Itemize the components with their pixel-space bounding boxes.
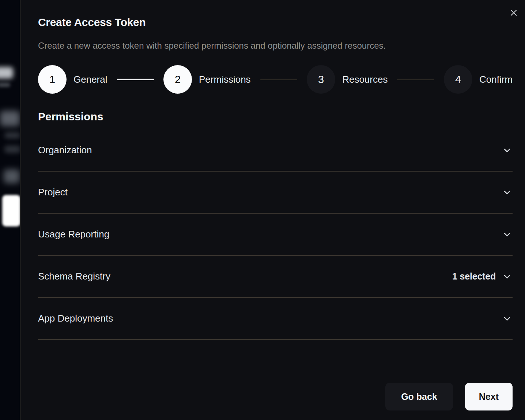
backdrop-blur-shape <box>2 195 20 226</box>
accordion-row-app-deployments[interactable]: App Deployments <box>38 298 513 340</box>
chevron-down-icon <box>502 145 513 156</box>
chevron-down-icon <box>502 187 513 198</box>
step-label: Resources <box>342 74 388 85</box>
step-number-badge: 1 <box>38 65 67 94</box>
row-label: Schema Registry <box>38 271 110 282</box>
go-back-button[interactable]: Go back <box>385 383 453 410</box>
close-button[interactable] <box>507 6 521 20</box>
backdrop-blur-shape <box>0 111 20 126</box>
row-label: App Deployments <box>38 313 113 324</box>
step-confirm[interactable]: 4 Confirm <box>444 65 513 94</box>
backdrop-blur-shape <box>4 169 20 183</box>
step-label: Permissions <box>199 74 251 85</box>
row-label: Usage Reporting <box>38 229 109 240</box>
page-backdrop <box>0 0 20 420</box>
stepper: 1 General 2 Permissions 3 Resources 4 Co… <box>38 65 513 94</box>
chevron-down-icon <box>502 313 513 324</box>
row-label: Project <box>38 187 68 198</box>
permission-groups-list: Organization Project Usage <box>38 130 513 340</box>
step-label: General <box>73 74 107 85</box>
accordion-row-usage-reporting[interactable]: Usage Reporting <box>38 214 513 256</box>
accordion-row-organization[interactable]: Organization <box>38 130 513 172</box>
backdrop-blur-shape <box>4 132 20 138</box>
stepper-connector <box>260 79 298 80</box>
screen: Create Access Token Create a new access … <box>0 0 525 420</box>
step-permissions[interactable]: 2 Permissions <box>163 65 251 94</box>
next-button[interactable]: Next <box>465 383 513 410</box>
row-label: Organization <box>38 145 92 156</box>
chevron-down-icon <box>502 229 513 240</box>
step-number-badge: 4 <box>444 65 472 94</box>
accordion-row-schema-registry[interactable]: Schema Registry 1 selected <box>38 256 513 298</box>
backdrop-blur-shape <box>0 67 13 79</box>
backdrop-blur-shape <box>4 146 20 153</box>
modal-title: Create Access Token <box>38 15 513 29</box>
chevron-down-icon <box>502 271 513 282</box>
stepper-connector <box>397 79 434 80</box>
permissions-heading: Permissions <box>38 110 513 124</box>
close-icon <box>509 8 518 18</box>
step-number-badge: 2 <box>163 65 192 94</box>
selection-count: 1 selected <box>452 271 496 282</box>
create-access-token-modal: Create Access Token Create a new access … <box>20 0 525 420</box>
stepper-connector <box>117 79 154 80</box>
modal-footer: Go back Next <box>38 383 513 410</box>
modal-subtitle: Create a new access token with specified… <box>38 40 513 51</box>
step-label: Confirm <box>479 74 513 85</box>
backdrop-blur-shape <box>0 83 10 87</box>
accordion-row-project[interactable]: Project <box>38 172 513 214</box>
step-resources[interactable]: 3 Resources <box>307 65 388 94</box>
step-number-badge: 3 <box>307 65 335 94</box>
step-general[interactable]: 1 General <box>38 65 107 94</box>
